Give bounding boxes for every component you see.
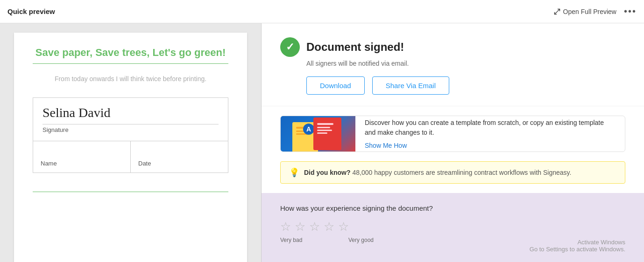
star-2[interactable]: ☆ (295, 220, 305, 234)
signed-title: Document signed! (306, 41, 404, 54)
svg-rect-9 (317, 130, 332, 131)
did-you-know-text: Did you know? 48,000 happy customers are… (304, 169, 571, 176)
windows-activate: Activate Windows Go to Settings to activ… (530, 239, 625, 253)
more-icon: ••• (624, 6, 637, 16)
doc-subtext: From today onwards I will think twice be… (33, 75, 228, 83)
signed-header: ✓ Document signed! (280, 37, 625, 57)
name-cell: Name (33, 141, 131, 172)
download-button[interactable]: Download (306, 76, 365, 95)
name-label: Name (41, 160, 123, 167)
svg-rect-10 (317, 132, 327, 134)
promo-image-content: A (281, 116, 355, 152)
did-you-know-banner: 💡 Did you know? 48,000 happy customers a… (280, 161, 625, 184)
document-preview: Save paper, Save trees, Let's go green! … (14, 33, 247, 262)
promo-illustration: A (288, 116, 348, 152)
star-3[interactable]: ☆ (309, 220, 320, 234)
did-you-know-prefix: Did you know? (304, 169, 351, 176)
star-5[interactable]: ☆ (338, 220, 349, 234)
doc-footer-line (33, 192, 228, 192)
star-4[interactable]: ☆ (324, 220, 334, 234)
signed-subtitle: All signers will be notified via email. (306, 60, 625, 67)
share-email-button[interactable]: Share Via Email (372, 76, 449, 95)
rating-section: How was your experience signing the docu… (262, 193, 644, 262)
promo-image: A (281, 116, 355, 152)
document-preview-panel: Save paper, Save trees, Let's go green! … (0, 23, 262, 262)
check-circle: ✓ (280, 37, 300, 57)
date-label: Date (138, 160, 220, 167)
svg-rect-7 (317, 123, 333, 125)
svg-rect-6 (313, 117, 341, 150)
date-cell: Date (131, 141, 228, 172)
promo-card: A Discover how you can create a template… (280, 116, 625, 152)
expand-icon (554, 8, 560, 15)
did-you-know-body: 48,000 happy customers are streamlining … (351, 169, 572, 176)
name-date-row: Name Date (33, 141, 228, 173)
signature-text: Selina David (42, 105, 219, 120)
svg-rect-8 (317, 127, 330, 128)
signature-box: Selina David Signature (33, 97, 228, 141)
svg-text:A: A (306, 125, 311, 133)
right-panel: ✓ Document signed! All signers will be n… (262, 23, 644, 262)
signature-label: Signature (42, 124, 219, 133)
windows-activate-line2: Go to Settings to activate Windows. (530, 246, 625, 253)
more-options-button[interactable]: ••• (624, 6, 637, 17)
top-bar-actions: Open Full Preview ••• (554, 6, 637, 17)
star-label-bad: Very bad (280, 237, 302, 243)
star-label-good: Very good (348, 237, 374, 243)
open-full-preview-button[interactable]: Open Full Preview (554, 8, 616, 15)
doc-header: Save paper, Save trees, Let's go green! (33, 47, 228, 59)
windows-activate-line1: Activate Windows (530, 239, 625, 246)
promo-description: Discover how you can create a template f… (365, 118, 616, 138)
page-title: Quick preview (7, 7, 554, 15)
show-me-how-link[interactable]: Show Me How (365, 142, 407, 149)
promo-text-area: Discover how you can create a template f… (355, 116, 625, 152)
star-labels: Very bad Very good (280, 237, 374, 243)
star-1[interactable]: ☆ (280, 220, 291, 234)
main-content: Save paper, Save trees, Let's go green! … (0, 23, 644, 262)
doc-divider (33, 63, 228, 64)
bulb-icon: 💡 (289, 167, 299, 178)
open-full-preview-label: Open Full Preview (563, 8, 616, 15)
rating-question: How was your experience signing the docu… (280, 204, 625, 212)
action-buttons: Download Share Via Email (306, 76, 625, 95)
stars-row: ☆ ☆ ☆ ☆ ☆ (280, 220, 625, 234)
top-bar: Quick preview Open Full Preview ••• (0, 0, 644, 23)
checkmark-icon: ✓ (286, 41, 294, 53)
signed-section: ✓ Document signed! All signers will be n… (262, 23, 644, 106)
